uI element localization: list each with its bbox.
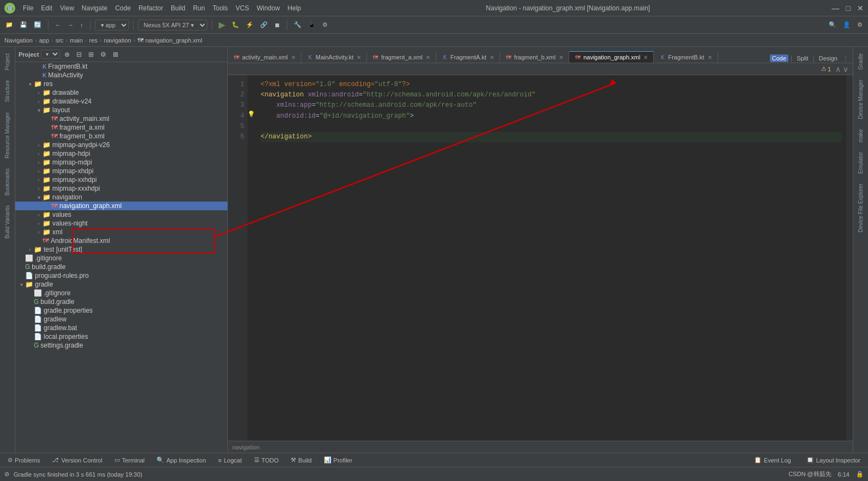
breadcrumb-src[interactable]: src [56, 37, 64, 44]
tree-item[interactable]: ›📁mipmap-xxxhdpi [15, 184, 227, 193]
profile-button[interactable]: ⚡ [244, 20, 256, 29]
tree-item[interactable]: ›📁mipmap-anydpi-v26 [15, 141, 227, 149]
tab-close-icon-6[interactable]: ✕ [643, 54, 648, 60]
tree-item[interactable]: ›📁mipmap-hdpi [15, 149, 227, 158]
tree-item[interactable]: ⬜.gitignore [15, 289, 227, 297]
tree-item[interactable]: 🗺activity_main.xml [15, 114, 227, 123]
breadcrumb-navigation[interactable]: Navigation [4, 37, 33, 44]
sidebar-icon-bookmarks[interactable]: Bookmarks [2, 164, 13, 200]
forward-button[interactable]: → [65, 21, 76, 29]
collapse-all-button[interactable]: ⊟ [74, 50, 84, 59]
vertical-scrollbar[interactable] [846, 75, 853, 441]
tree-item[interactable]: ▾📁navigation [15, 193, 227, 202]
tree-item[interactable]: ▾📁layout [15, 106, 227, 114]
bottom-tab-app-inspection[interactable]: 🔍 App Inspection [151, 455, 212, 465]
breadcrumb-main[interactable]: main [70, 37, 83, 44]
project-view-dropdown[interactable]: ▾ [41, 50, 60, 59]
sidebar-icon-project[interactable]: Project [2, 49, 13, 75]
status-encoding[interactable]: CSDN·@韩茹先 [788, 470, 831, 478]
menu-help[interactable]: Help [284, 3, 304, 13]
menu-run[interactable]: Run [190, 3, 208, 13]
tree-item[interactable]: ›📁mipmap-xhdpi [15, 167, 227, 175]
device-dropdown[interactable]: Nexus 5X API 27 ▾ [138, 20, 207, 31]
tab-close-icon-2[interactable]: ✕ [357, 54, 361, 60]
tree-item[interactable]: 📄local.properties [15, 332, 227, 341]
tab-mainactivity-kt[interactable]: K MainActivity.kt ✕ [302, 52, 367, 63]
tab-close-icon-3[interactable]: ✕ [426, 54, 430, 60]
run-button[interactable]: ▶ [216, 19, 227, 31]
tree-item[interactable]: ›📁drawable-v24 [15, 97, 227, 106]
tree-item[interactable]: ›📁values [15, 210, 227, 219]
tree-item[interactable]: Gbuild.gradle [15, 297, 227, 306]
stop-button[interactable]: ⏹ [272, 21, 282, 29]
code-content[interactable]: <?xml version="1.0" encoding="utf-8"?> <… [256, 75, 846, 441]
tree-item[interactable]: ›📁values-night [15, 219, 227, 228]
tab-activity-main-xml[interactable]: 🗺 activity_main.xml ✕ [228, 52, 302, 63]
tree-item[interactable]: ▾📁res [15, 80, 227, 88]
tree-item[interactable]: ›📁drawable [15, 88, 227, 97]
bottom-tab-terminal[interactable]: ▭ Terminal [109, 455, 150, 465]
bottom-tab-build[interactable]: ⚒ Build [285, 455, 317, 465]
gradle-sync-button[interactable]: 🔧 [292, 20, 304, 29]
menu-file[interactable]: File [20, 3, 37, 13]
tree-item[interactable]: 📄gradlew.bat [15, 324, 227, 332]
tree-item[interactable]: 📄gradle.properties [15, 306, 227, 315]
bottom-tab-event-log[interactable]: 📋 Event Log [749, 455, 797, 465]
more-options-button[interactable]: ⋮ [842, 54, 849, 63]
tree-item[interactable]: ⬜.gitignore [15, 254, 227, 263]
menu-refactor[interactable]: Refactor [135, 3, 166, 13]
tab-close-icon-7[interactable]: ✕ [708, 54, 712, 60]
tree-item[interactable]: Gsettings.gradle [15, 341, 227, 350]
breadcrumb-navigation-folder[interactable]: navigation [104, 37, 131, 44]
menu-edit[interactable]: Edit [38, 3, 56, 13]
tree-item[interactable]: Gbuild.gradle [15, 263, 227, 271]
breadcrumb-res[interactable]: res [89, 37, 98, 44]
expand-all-button[interactable]: ⊞ [86, 50, 96, 59]
sdk-manager-button[interactable]: ⚙ [320, 20, 330, 29]
menu-code[interactable]: Code [112, 3, 134, 13]
sidebar-icon-build-variants[interactable]: Build Variants [2, 201, 13, 243]
sidebar-device-file-explorer-icon[interactable]: Device File Explorer [855, 179, 866, 236]
settings-icon-button[interactable]: ⚙ [855, 20, 865, 29]
split-view-button[interactable]: Split [794, 54, 810, 62]
tree-item[interactable]: 🗺fragment_b.xml [15, 132, 227, 141]
breadcrumb-app[interactable]: app [39, 37, 49, 44]
sync-button[interactable]: 🔄 [32, 20, 44, 29]
sidebar-icon-resource-manager[interactable]: Resource Manager [2, 108, 13, 163]
bottom-tab-profiler[interactable]: 📊 Profiler [318, 455, 358, 465]
menu-tools[interactable]: Tools [209, 3, 231, 13]
avd-manager-button[interactable]: 📱 [306, 20, 318, 29]
menu-navigate[interactable]: Navigate [79, 3, 111, 13]
status-line-col[interactable]: 6:14 [838, 471, 849, 478]
search-button[interactable]: 🔍 [827, 20, 839, 29]
bottom-tab-version-control[interactable]: ⎇ Version Control [46, 455, 107, 465]
sidebar-icon-structure[interactable]: Structure [2, 76, 13, 107]
tab-close-icon-4[interactable]: ✕ [490, 54, 494, 60]
menu-view[interactable]: View [57, 3, 77, 13]
tree-item[interactable]: 🗺AndroidManifest.xml [15, 236, 227, 245]
tree-item[interactable]: KFragmentB.kt [15, 62, 227, 71]
recent-files-button[interactable]: ↑ [78, 21, 86, 29]
tree-item[interactable]: KMainActivity [15, 71, 227, 80]
scope-button[interactable]: ⊕ [62, 50, 72, 59]
tab-fragment-b-xml[interactable]: 🗺 fragment_b.xml ✕ [500, 52, 569, 63]
bottom-tab-logcat[interactable]: ≡ Logcat [213, 455, 247, 465]
open-file-button[interactable]: 📁 [3, 20, 15, 29]
close-button[interactable]: ✕ [857, 4, 864, 13]
bottom-tab-todo[interactable]: ☰ TODO [249, 455, 285, 465]
warning-down-button[interactable]: ∨ [843, 65, 848, 74]
save-button[interactable]: 💾 [17, 20, 29, 29]
tab-fragmentb-kt[interactable]: K FragmentB.kt ✕ [654, 52, 718, 63]
sidebar-emulator-icon[interactable]: Emulator [855, 148, 866, 178]
settings-panel-button[interactable]: ⚙ [98, 50, 108, 59]
tree-item[interactable]: ›📁mipmap-xxhdpi [15, 175, 227, 184]
sidebar-make-icon[interactable]: make [855, 125, 866, 147]
tree-item[interactable]: ›📁test [unitTest] [15, 245, 227, 254]
attach-button[interactable]: 🔗 [258, 20, 270, 29]
maximize-button[interactable]: □ [846, 4, 851, 13]
tree-item[interactable]: 📄proguard-rules.pro [15, 271, 227, 280]
tree-item[interactable]: 🗺navigation_graph.xml [15, 202, 227, 210]
tree-item[interactable]: 🗺fragment_a.xml [15, 123, 227, 132]
tab-navigation-graph-xml[interactable]: 🗺 navigation_graph.xml ✕ [569, 51, 654, 63]
breadcrumb-file[interactable]: 🗺 navigation_graph.xml [137, 37, 202, 44]
